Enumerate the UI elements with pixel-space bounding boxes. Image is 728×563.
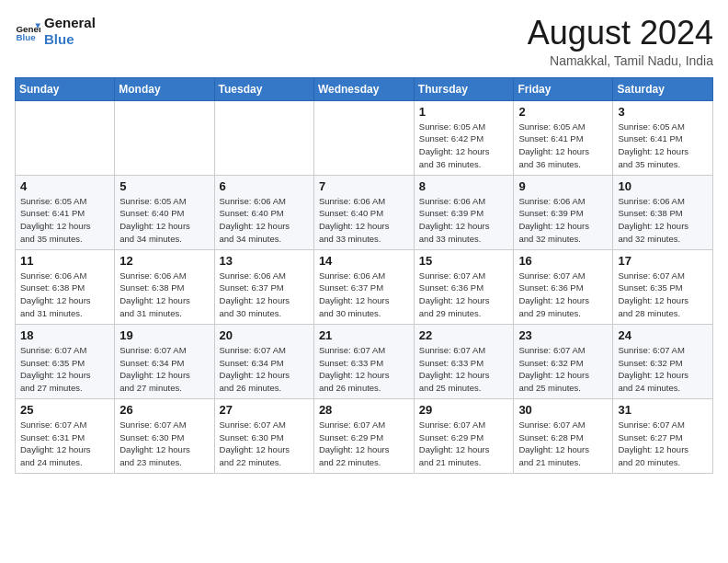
calendar-week-row: 18Sunrise: 6:07 AM Sunset: 6:35 PM Dayli…	[16, 324, 713, 398]
calendar-cell: 23Sunrise: 6:07 AM Sunset: 6:32 PM Dayli…	[514, 324, 613, 398]
day-number: 1	[419, 105, 509, 119]
day-info: Sunrise: 6:07 AM Sunset: 6:32 PM Dayligh…	[618, 344, 708, 395]
month-year-title: August 2024	[528, 15, 713, 52]
logo: General Blue General Blue	[15, 15, 96, 48]
day-info: Sunrise: 6:06 AM Sunset: 6:37 PM Dayligh…	[319, 270, 409, 320]
calendar-cell: 5Sunrise: 6:05 AM Sunset: 6:40 PM Daylig…	[115, 175, 214, 249]
day-number: 2	[518, 105, 608, 119]
calendar-week-row: 25Sunrise: 6:07 AM Sunset: 6:31 PM Dayli…	[16, 398, 713, 473]
day-number: 20	[220, 328, 309, 342]
day-number: 19	[119, 328, 209, 342]
day-number: 5	[119, 179, 209, 193]
calendar-week-row: 11Sunrise: 6:06 AM Sunset: 6:38 PM Dayli…	[16, 249, 713, 324]
calendar-cell: 25Sunrise: 6:07 AM Sunset: 6:31 PM Dayli…	[16, 398, 115, 473]
calendar-cell: 10Sunrise: 6:06 AM Sunset: 6:38 PM Dayli…	[613, 175, 713, 249]
day-number: 17	[618, 254, 708, 268]
day-info: Sunrise: 6:07 AM Sunset: 6:29 PM Dayligh…	[319, 419, 409, 469]
day-number: 14	[319, 254, 409, 268]
calendar-cell: 24Sunrise: 6:07 AM Sunset: 6:32 PM Dayli…	[613, 324, 713, 398]
calendar-cell: 8Sunrise: 6:06 AM Sunset: 6:39 PM Daylig…	[414, 175, 514, 249]
calendar-cell	[214, 100, 313, 175]
calendar-table: SundayMondayTuesdayWednesdayThursdayFrid…	[15, 77, 713, 474]
calendar-cell: 26Sunrise: 6:07 AM Sunset: 6:30 PM Dayli…	[115, 398, 214, 473]
day-info: Sunrise: 6:07 AM Sunset: 6:34 PM Dayligh…	[119, 344, 209, 395]
day-info: Sunrise: 6:05 AM Sunset: 6:42 PM Dayligh…	[419, 121, 509, 171]
calendar-cell: 17Sunrise: 6:07 AM Sunset: 6:35 PM Dayli…	[613, 249, 713, 324]
calendar-week-row: 4Sunrise: 6:05 AM Sunset: 6:41 PM Daylig…	[16, 175, 713, 249]
day-number: 15	[419, 254, 509, 268]
day-info: Sunrise: 6:06 AM Sunset: 6:39 PM Dayligh…	[419, 195, 509, 246]
weekday-header-tuesday: Tuesday	[214, 77, 313, 100]
day-info: Sunrise: 6:07 AM Sunset: 6:30 PM Dayligh…	[119, 419, 209, 469]
calendar-cell	[313, 100, 414, 175]
calendar-cell: 9Sunrise: 6:06 AM Sunset: 6:39 PM Daylig…	[514, 175, 613, 249]
day-number: 12	[119, 254, 209, 268]
day-info: Sunrise: 6:07 AM Sunset: 6:29 PM Dayligh…	[419, 419, 509, 469]
day-info: Sunrise: 6:07 AM Sunset: 6:33 PM Dayligh…	[319, 344, 409, 395]
day-info: Sunrise: 6:07 AM Sunset: 6:27 PM Dayligh…	[618, 419, 708, 469]
day-number: 6	[220, 179, 309, 193]
day-info: Sunrise: 6:06 AM Sunset: 6:40 PM Dayligh…	[319, 195, 409, 246]
day-number: 26	[119, 403, 209, 417]
logo-general: General	[44, 15, 96, 31]
day-number: 13	[220, 254, 309, 268]
weekday-header-row: SundayMondayTuesdayWednesdayThursdayFrid…	[16, 77, 713, 100]
day-info: Sunrise: 6:07 AM Sunset: 6:31 PM Dayligh…	[20, 419, 109, 469]
day-number: 3	[618, 105, 708, 119]
day-info: Sunrise: 6:07 AM Sunset: 6:30 PM Dayligh…	[220, 419, 309, 469]
calendar-cell: 7Sunrise: 6:06 AM Sunset: 6:40 PM Daylig…	[313, 175, 414, 249]
calendar-cell: 4Sunrise: 6:05 AM Sunset: 6:41 PM Daylig…	[16, 175, 115, 249]
calendar-cell: 16Sunrise: 6:07 AM Sunset: 6:36 PM Dayli…	[514, 249, 613, 324]
location-subtitle: Namakkal, Tamil Nadu, India	[528, 53, 713, 68]
calendar-week-row: 1Sunrise: 6:05 AM Sunset: 6:42 PM Daylig…	[16, 100, 713, 175]
calendar-cell: 28Sunrise: 6:07 AM Sunset: 6:29 PM Dayli…	[313, 398, 414, 473]
day-number: 29	[419, 403, 509, 417]
day-number: 21	[319, 328, 409, 342]
calendar-cell: 18Sunrise: 6:07 AM Sunset: 6:35 PM Dayli…	[16, 324, 115, 398]
weekday-header-thursday: Thursday	[414, 77, 514, 100]
day-info: Sunrise: 6:05 AM Sunset: 6:40 PM Dayligh…	[119, 195, 209, 246]
calendar-cell: 15Sunrise: 6:07 AM Sunset: 6:36 PM Dayli…	[414, 249, 514, 324]
calendar-cell: 3Sunrise: 6:05 AM Sunset: 6:41 PM Daylig…	[613, 100, 713, 175]
calendar-cell: 31Sunrise: 6:07 AM Sunset: 6:27 PM Dayli…	[613, 398, 713, 473]
day-number: 23	[518, 328, 608, 342]
day-number: 10	[618, 179, 708, 193]
day-number: 28	[319, 403, 409, 417]
day-info: Sunrise: 6:06 AM Sunset: 6:39 PM Dayligh…	[518, 195, 608, 246]
day-info: Sunrise: 6:06 AM Sunset: 6:38 PM Dayligh…	[618, 195, 708, 246]
weekday-header-wednesday: Wednesday	[313, 77, 414, 100]
day-number: 27	[220, 403, 309, 417]
day-number: 16	[518, 254, 608, 268]
day-info: Sunrise: 6:07 AM Sunset: 6:36 PM Dayligh…	[419, 270, 509, 320]
calendar-cell: 21Sunrise: 6:07 AM Sunset: 6:33 PM Dayli…	[313, 324, 414, 398]
day-info: Sunrise: 6:05 AM Sunset: 6:41 PM Dayligh…	[20, 195, 109, 246]
day-info: Sunrise: 6:07 AM Sunset: 6:35 PM Dayligh…	[20, 344, 109, 395]
day-number: 30	[518, 403, 608, 417]
calendar-cell	[16, 100, 115, 175]
calendar-cell: 2Sunrise: 6:05 AM Sunset: 6:41 PM Daylig…	[514, 100, 613, 175]
day-number: 11	[20, 254, 109, 268]
day-number: 8	[419, 179, 509, 193]
calendar-cell: 30Sunrise: 6:07 AM Sunset: 6:28 PM Dayli…	[514, 398, 613, 473]
logo-icon: General Blue	[15, 18, 40, 44]
day-number: 18	[20, 328, 109, 342]
calendar-cell: 19Sunrise: 6:07 AM Sunset: 6:34 PM Dayli…	[115, 324, 214, 398]
day-info: Sunrise: 6:06 AM Sunset: 6:38 PM Dayligh…	[20, 270, 109, 320]
day-info: Sunrise: 6:07 AM Sunset: 6:32 PM Dayligh…	[518, 344, 608, 395]
svg-text:Blue: Blue	[16, 32, 36, 42]
calendar-cell: 6Sunrise: 6:06 AM Sunset: 6:40 PM Daylig…	[214, 175, 313, 249]
day-info: Sunrise: 6:05 AM Sunset: 6:41 PM Dayligh…	[618, 121, 708, 171]
calendar-cell: 14Sunrise: 6:06 AM Sunset: 6:37 PM Dayli…	[313, 249, 414, 324]
weekday-header-monday: Monday	[115, 77, 214, 100]
day-number: 22	[419, 328, 509, 342]
day-number: 9	[518, 179, 608, 193]
weekday-header-saturday: Saturday	[613, 77, 713, 100]
day-info: Sunrise: 6:06 AM Sunset: 6:40 PM Dayligh…	[220, 195, 309, 246]
calendar-cell: 27Sunrise: 6:07 AM Sunset: 6:30 PM Dayli…	[214, 398, 313, 473]
day-info: Sunrise: 6:06 AM Sunset: 6:38 PM Dayligh…	[119, 270, 209, 320]
day-info: Sunrise: 6:07 AM Sunset: 6:28 PM Dayligh…	[518, 419, 608, 469]
calendar-cell: 12Sunrise: 6:06 AM Sunset: 6:38 PM Dayli…	[115, 249, 214, 324]
weekday-header-sunday: Sunday	[16, 77, 115, 100]
calendar-cell: 11Sunrise: 6:06 AM Sunset: 6:38 PM Dayli…	[16, 249, 115, 324]
day-info: Sunrise: 6:07 AM Sunset: 6:36 PM Dayligh…	[518, 270, 608, 320]
